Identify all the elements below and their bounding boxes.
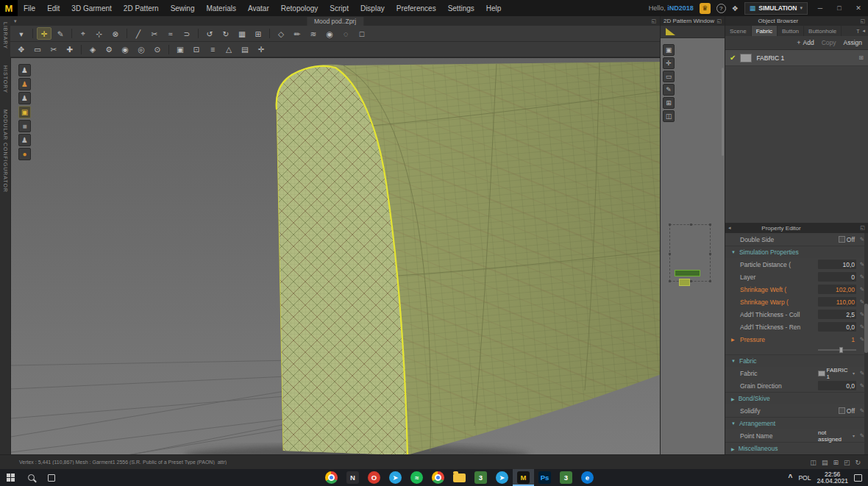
show-garment-icon[interactable]: ▣ — [18, 106, 31, 118]
tray-expand-icon[interactable]: ^ — [789, 474, 793, 482]
check-icon[interactable]: ✔ — [730, 54, 736, 62]
gizmo-icon[interactable]: ✛ — [254, 43, 268, 56]
taskbar-photoshop[interactable]: Ps — [534, 469, 555, 486]
add-point-icon[interactable]: ⊞ — [663, 97, 675, 109]
section-arrangement[interactable]: ▼Arrangement — [725, 417, 868, 429]
tape-measure-icon[interactable]: ▭ — [30, 43, 45, 56]
pin-icon[interactable]: ⊹ — [92, 27, 107, 40]
detach-sewing-icon[interactable]: ⊃ — [179, 27, 194, 40]
taskbar-telegram-2[interactable]: ➤ — [491, 469, 513, 486]
prop-value[interactable]: 10,0 — [818, 260, 856, 269]
show-texture-icon[interactable] — [666, 28, 675, 35]
menu-script[interactable]: Script — [324, 0, 355, 16]
prop-value[interactable]: 0,0 — [818, 381, 856, 390]
task-view-button[interactable] — [41, 469, 62, 486]
pin-box-select-icon[interactable]: ⌖ — [76, 27, 90, 40]
layers-icon[interactable]: ≡ — [205, 43, 220, 56]
scrollbar-thumb[interactable] — [864, 304, 868, 352]
simulation-mode-dropdown[interactable]: ▦ SIMULATION ▾ — [744, 2, 808, 15]
prop-value[interactable]: 102,00 — [818, 285, 856, 294]
fold-arrangement-icon[interactable]: ↺ — [202, 27, 217, 40]
section-bond-skive[interactable]: ▶Bond/Skive — [725, 392, 868, 404]
stripe-view-icon[interactable]: ▤ — [238, 43, 252, 56]
target-tool-icon[interactable]: ◎ — [134, 43, 149, 56]
taskbar-chrome-2[interactable] — [427, 469, 449, 486]
minimize-button[interactable]: ─ — [814, 0, 827, 16]
triangle-mesh-icon[interactable]: △ — [221, 43, 236, 56]
prop-value[interactable]: 0,0 — [818, 322, 856, 332]
collapse-panel-icon[interactable]: ◂ — [728, 225, 731, 231]
float-panel-icon[interactable]: ◱ — [860, 225, 865, 231]
float-panel-icon[interactable]: ◱ — [716, 18, 722, 24]
pattern-canvas[interactable]: ▣✛▭✎⊞◫ — [661, 38, 725, 454]
section-fabric[interactable]: ▼Fabric — [725, 354, 868, 367]
prop-value[interactable]: FABRIC 1▾ — [818, 367, 856, 380]
scissors-icon[interactable]: ✂ — [46, 43, 61, 56]
remove-pin-icon[interactable]: ⊗ — [108, 27, 123, 40]
tab-menu-icon[interactable]: ▾ — [10, 18, 21, 24]
pattern-scrollbar[interactable] — [722, 68, 724, 156]
wind-icon[interactable]: ↻ — [218, 27, 233, 40]
property-scrollbar[interactable] — [864, 233, 868, 454]
close-button[interactable]: ✕ — [852, 0, 865, 16]
menu-file[interactable]: File — [18, 0, 41, 16]
texture-view-icon[interactable]: ▣ — [173, 43, 188, 56]
tab-scene[interactable]: Scene — [725, 26, 752, 36]
show-pose-icon[interactable]: ♟ — [18, 92, 31, 104]
prop-value[interactable]: Off — [818, 236, 856, 243]
start-button[interactable] — [0, 469, 21, 486]
sphere-tool-icon[interactable]: ◉ — [118, 43, 132, 56]
select-move-icon[interactable]: ✛ — [37, 27, 51, 40]
texture-toggle-icon[interactable]: ▤ — [822, 459, 828, 466]
pen-tool-icon[interactable]: ✎ — [663, 84, 675, 96]
membership-badge-icon[interactable]: ♛ — [700, 3, 711, 14]
select-curve-icon[interactable]: ✎ — [53, 27, 68, 40]
sync-icon[interactable]: ↻ — [855, 459, 861, 466]
menu-preferences[interactable]: Preferences — [391, 0, 442, 16]
pattern-piece[interactable] — [669, 224, 711, 282]
avatar-material-icon[interactable]: ♟ — [18, 78, 31, 90]
clock[interactable]: 22:56 24.04.2021 — [817, 471, 848, 485]
segment-sewing-icon[interactable]: ✂ — [147, 27, 162, 40]
menu-retopology[interactable]: Retopology — [275, 0, 324, 16]
fabric-list-item[interactable]: ✔ FABRIC 1 ⊞ — [725, 50, 868, 66]
prop-value[interactable]: 1 — [818, 336, 856, 343]
app-logo-icon[interactable]: M — [0, 0, 18, 16]
pressure-slider[interactable] — [725, 346, 868, 354]
tab-tool-icon[interactable]: ◂ — [862, 28, 865, 34]
section-miscellaneous[interactable]: ▶Miscellaneous — [725, 442, 868, 454]
copy-button[interactable]: Copy — [822, 39, 836, 46]
taskbar-marvelous-designer[interactable]: M — [513, 469, 534, 486]
menu-avatar[interactable]: Avatar — [242, 0, 275, 16]
fabric-options-icon[interactable]: ⊞ — [858, 54, 864, 61]
trace-icon[interactable]: ◫ — [663, 110, 675, 122]
menu-settings[interactable]: Settings — [442, 0, 480, 16]
section-simulation-properties[interactable]: ▼Simulation Properties — [725, 246, 868, 258]
grid-mesh-icon[interactable]: ▦ — [235, 27, 249, 40]
document-tab[interactable]: Mood pod..Zprj — [307, 17, 363, 26]
tab-tool-icon[interactable]: T — [856, 29, 859, 34]
slider-handle[interactable] — [839, 347, 843, 353]
transform-handle[interactable] — [709, 280, 711, 282]
history-dropdown-icon[interactable]: ▾ — [14, 27, 29, 40]
viewport-3d[interactable]: ♟♟♟▣■♟● — [10, 57, 660, 454]
taskbar-edge[interactable]: e — [577, 469, 598, 486]
assign-button[interactable]: Assign — [843, 39, 862, 46]
pattern-strip-green[interactable] — [675, 270, 700, 276]
transform-handle[interactable] — [669, 224, 671, 226]
checkbox-icon[interactable] — [839, 407, 845, 414]
transform-handle[interactable] — [690, 280, 692, 282]
prop-value[interactable]: Off — [818, 407, 856, 415]
float-panel-icon[interactable]: ◱ — [860, 18, 865, 24]
arrangement-points-icon[interactable]: ● — [18, 148, 31, 160]
menu-help[interactable]: Help — [480, 0, 508, 16]
edit-sewing-icon[interactable]: ╱ — [131, 27, 146, 40]
add-avatar-icon[interactable]: ✚ — [63, 43, 77, 56]
button-tool-icon[interactable]: ◉ — [322, 27, 337, 40]
pattern-3d-icon[interactable]: □ — [355, 27, 369, 40]
taskbar-3ds-max-2[interactable]: 3 — [555, 469, 577, 486]
taskbar-chrome[interactable] — [321, 469, 342, 486]
checkbox-icon[interactable] — [839, 236, 845, 243]
tab-buttonhole[interactable]: Buttonhole — [804, 26, 842, 36]
buttonhole-tool-icon[interactable]: ◌ — [338, 27, 353, 40]
